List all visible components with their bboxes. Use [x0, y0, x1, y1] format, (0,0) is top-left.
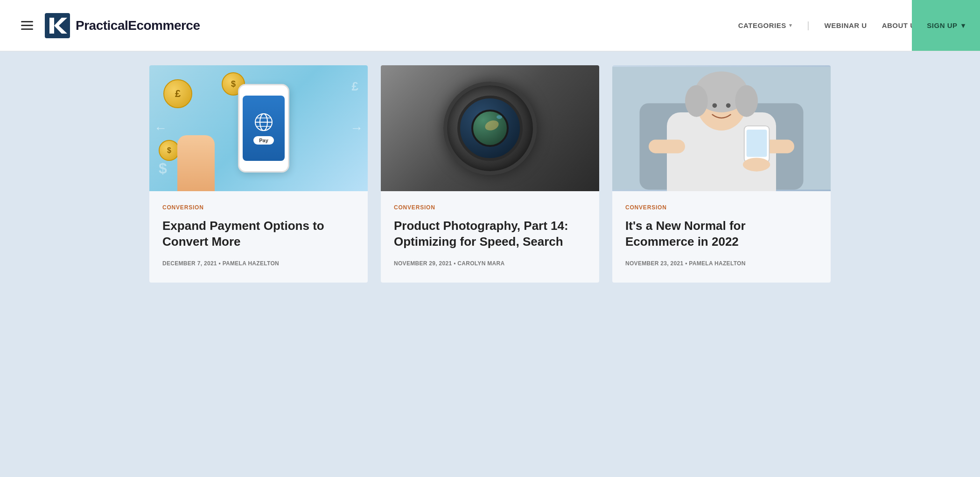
site-header: PracticalEcommerce CATEGORIES ▾ | WEBINA…	[0, 0, 980, 51]
globe-icon	[253, 112, 274, 132]
coin-3-icon: $	[159, 140, 180, 161]
logo-text: PracticalEcommerce	[76, 18, 200, 33]
svg-point-17	[726, 103, 731, 108]
payment-illustration: ← → $ £ £ $ $	[149, 65, 368, 191]
nav-categories[interactable]: CATEGORIES ▾	[738, 21, 792, 29]
signup-button[interactable]: SIGN UP ▾	[912, 0, 980, 51]
card-title-3: It's a New Normal for Ecommerce in 2022	[625, 218, 818, 250]
lens-reflection	[483, 118, 500, 132]
lens-inner	[471, 110, 509, 147]
card-image-wrapper-2	[381, 65, 599, 191]
card-image-payment: ← → $ £ £ $ $	[149, 65, 368, 191]
lens-outer	[443, 82, 537, 175]
card-meta-2: NOVEMBER 29, 2021 • CAROLYN MARA	[394, 259, 586, 268]
articles-grid: ← → $ £ £ $ $	[149, 65, 831, 283]
header-left: PracticalEcommerce	[19, 13, 200, 38]
signup-chevron-icon: ▾	[961, 21, 966, 30]
card-image-wrapper-1: ← → $ £ £ $ $	[149, 65, 368, 191]
hamburger-menu-button[interactable]	[19, 19, 35, 32]
site-logo[interactable]: PracticalEcommerce	[45, 13, 200, 38]
pound-sign-icon: £	[352, 79, 358, 94]
card-title-1: Expand Payment Options to Convert More	[162, 218, 355, 250]
card-image-camera	[381, 65, 599, 191]
card-title-2: Product Photography, Part 14: Optimizing…	[394, 218, 586, 250]
card-category-3: CONVERSION	[625, 204, 818, 211]
card-meta-1: DECEMBER 7, 2021 • PAMELA HAZELTON	[162, 259, 355, 268]
card-body-1: CONVERSION Expand Payment Options to Con…	[149, 191, 368, 283]
svg-point-22	[743, 158, 770, 171]
pay-button-label: Pay	[253, 136, 274, 145]
arrows-right-icon: →	[350, 121, 363, 136]
article-card-2[interactable]: CONVERSION Product Photography, Part 14:…	[381, 65, 599, 283]
svg-point-14	[685, 85, 708, 117]
card-meta-3: NOVEMBER 23, 2021 • PAMELA HAZELTON	[625, 259, 818, 268]
card-category-1: CONVERSION	[162, 204, 355, 211]
article-card-1[interactable]: ← → $ £ £ $ $	[149, 65, 368, 283]
svg-point-15	[735, 85, 758, 117]
phone-illustration: Pay	[238, 84, 289, 173]
hand-illustration	[177, 135, 215, 191]
card-body-3: CONVERSION It's a New Normal for Ecommer…	[612, 191, 831, 283]
nav-webinar[interactable]: WEBINAR U	[824, 21, 867, 29]
woman-svg-illustration	[612, 65, 831, 191]
article-card-3[interactable]: CONVERSION It's a New Normal for Ecommer…	[612, 65, 831, 283]
card-category-2: CONVERSION	[394, 204, 586, 211]
main-content: ← → $ £ £ $ $	[131, 51, 849, 301]
nav-divider: |	[807, 20, 809, 31]
card-body-2: CONVERSION Product Photography, Part 14:…	[381, 191, 599, 283]
svg-rect-18	[649, 139, 685, 153]
svg-rect-21	[747, 130, 767, 157]
lens-middle	[457, 96, 523, 161]
arrows-left-icon: ←	[154, 121, 167, 136]
dollar-sign-icon: $	[159, 160, 167, 177]
logo-icon	[45, 13, 70, 38]
card-image-wrapper-3	[612, 65, 831, 191]
phone-screen: Pay	[243, 96, 285, 161]
lens-glare	[497, 115, 502, 119]
card-image-woman	[612, 65, 831, 191]
categories-chevron-icon: ▾	[789, 22, 792, 28]
coin-1-icon: £	[163, 79, 192, 108]
svg-point-16	[713, 103, 717, 108]
